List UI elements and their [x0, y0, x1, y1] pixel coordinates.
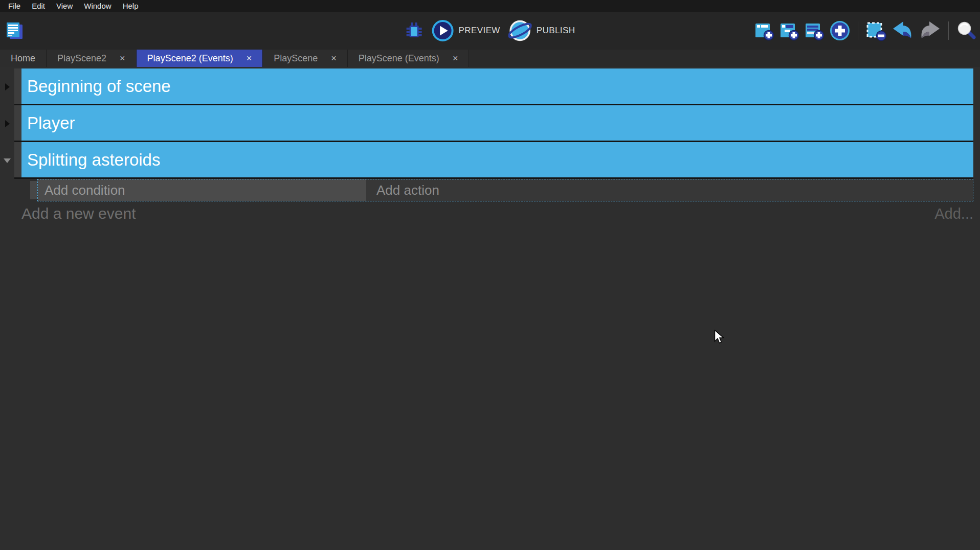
menu-item-window[interactable]: Window [78, 0, 117, 12]
event-group-bar[interactable]: Splitting asteroids [21, 142, 973, 177]
event-group-beginning-of-scene: Beginning of scene [0, 68, 980, 105]
event-group-bar[interactable]: Player [21, 105, 973, 141]
event-gutter[interactable] [14, 68, 21, 104]
toolbar-separator [858, 21, 858, 40]
event-gutter[interactable] [14, 105, 21, 141]
menu-item-help[interactable]: Help [117, 0, 144, 12]
tab-playscene2-events[interactable]: PlayScene2 (Events) × [137, 50, 263, 67]
preview-button[interactable]: PREVIEW [432, 19, 500, 42]
main-toolbar: PREVIEW PUBLISH [0, 12, 980, 50]
chevron-right-icon [5, 120, 10, 127]
chevron-right-icon [5, 83, 10, 90]
add-more-button[interactable]: Add... [934, 205, 973, 222]
publish-button[interactable]: PUBLISH [508, 19, 575, 42]
add-event-row: Add a new event Add... [0, 201, 980, 226]
menu-bar: File Edit View Window Help [0, 0, 980, 12]
events-sheet: Beginning of scene Player Splitting aste… [0, 67, 980, 550]
tab-label: PlayScene [274, 53, 318, 64]
selected-event-row: Add condition Add action [30, 179, 973, 201]
tab-playscene-events[interactable]: PlayScene (Events) × [348, 50, 470, 67]
preview-label: PREVIEW [459, 26, 500, 36]
tab-label: PlayScene (Events) [359, 53, 439, 64]
add-comment-icon[interactable] [804, 20, 825, 41]
remove-selection-icon[interactable] [865, 20, 887, 41]
event-gutter[interactable] [14, 142, 21, 177]
tab-bar: Home PlayScene2 × PlayScene2 (Events) × … [0, 50, 980, 67]
close-icon[interactable]: × [120, 54, 125, 63]
app-logo-icon[interactable] [5, 21, 24, 40]
tab-label: PlayScene2 [57, 53, 106, 64]
menu-item-edit[interactable]: Edit [26, 0, 51, 12]
add-new-event-button[interactable]: Add a new event [21, 205, 136, 222]
menu-item-view[interactable]: View [51, 0, 78, 12]
expand-toggle[interactable] [0, 105, 14, 142]
add-subevent-icon[interactable] [779, 20, 799, 41]
chevron-down-icon [4, 158, 11, 163]
tab-playscene[interactable]: PlayScene × [263, 50, 348, 67]
globe-icon [508, 19, 532, 42]
event-group-player: Player [0, 105, 980, 142]
debugger-icon[interactable] [405, 21, 424, 40]
event-selection-outline: Add condition Add action [37, 179, 973, 201]
event-drag-handle[interactable] [30, 181, 37, 199]
add-circle-icon[interactable] [829, 20, 851, 41]
undo-icon[interactable] [892, 20, 914, 41]
close-icon[interactable]: × [247, 54, 252, 63]
tab-label: Home [11, 53, 35, 64]
publish-label: PUBLISH [537, 26, 575, 36]
close-icon[interactable]: × [331, 54, 337, 63]
collapse-toggle[interactable] [0, 142, 14, 179]
add-action-button[interactable]: Add action [366, 179, 973, 201]
tab-label: PlayScene2 (Events) [147, 53, 233, 64]
play-icon [432, 19, 454, 42]
event-group-bar[interactable]: Beginning of scene [21, 68, 973, 104]
toolbar-separator [948, 21, 949, 40]
event-group-splitting-asteroids: Splitting asteroids [0, 142, 980, 179]
redo-icon[interactable] [919, 20, 941, 41]
add-event-icon[interactable] [754, 20, 774, 41]
tab-playscene2[interactable]: PlayScene2 × [47, 50, 137, 67]
add-condition-button[interactable]: Add condition [38, 179, 366, 201]
close-icon[interactable]: × [453, 54, 458, 63]
menu-item-file[interactable]: File [3, 0, 26, 12]
expand-toggle[interactable] [0, 68, 14, 105]
tab-home[interactable]: Home [0, 50, 47, 67]
search-icon[interactable] [956, 20, 976, 41]
